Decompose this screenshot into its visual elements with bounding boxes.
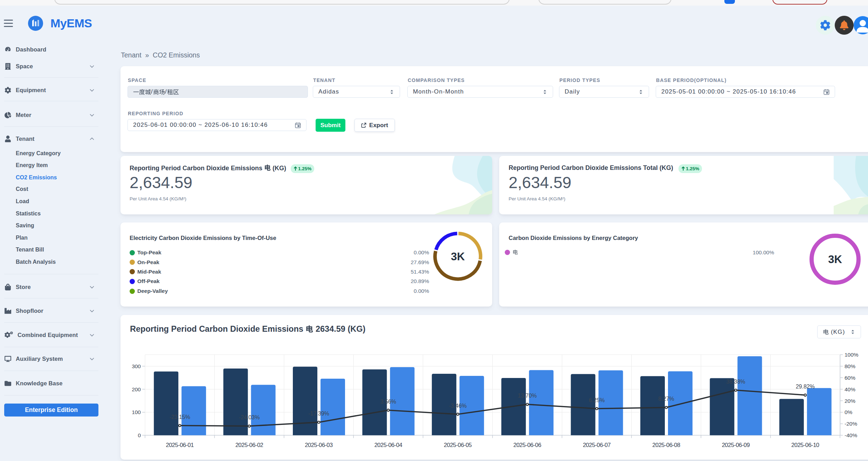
svg-text:2025-06-07: 2025-06-07 <box>583 442 611 448</box>
svg-text:2025-06-02: 2025-06-02 <box>235 442 263 448</box>
svg-text:-23.15%: -23.15% <box>169 414 190 420</box>
svg-text:60%: 60% <box>845 375 855 381</box>
svg-text:3K: 3K <box>828 253 842 266</box>
svg-text:13.70%: 13.70% <box>518 393 537 399</box>
svg-text:2025-06-06: 2025-06-06 <box>513 442 541 448</box>
svg-text:3.56%: 3.56% <box>380 399 396 405</box>
svg-text:100%: 100% <box>845 352 859 358</box>
svg-text:2025-06-09: 2025-06-09 <box>722 442 750 448</box>
svg-text:100: 100 <box>132 409 141 415</box>
svg-text:2025-06-03: 2025-06-03 <box>305 442 333 448</box>
svg-text:200: 200 <box>132 386 141 392</box>
svg-text:3K: 3K <box>451 250 465 263</box>
svg-text:0%: 0% <box>845 409 853 415</box>
svg-text:300: 300 <box>132 363 141 369</box>
svg-text:6.25%: 6.25% <box>589 397 605 403</box>
svg-text:20%: 20% <box>845 398 855 404</box>
svg-text:2025-06-01: 2025-06-01 <box>166 442 194 448</box>
svg-text:-40%: -40% <box>845 432 857 438</box>
svg-text:2025-06-08: 2025-06-08 <box>652 442 680 448</box>
svg-text:-3.46%: -3.46% <box>449 403 467 409</box>
svg-text:29.82%: 29.82% <box>796 384 815 390</box>
svg-text:38.38%: 38.38% <box>726 379 745 385</box>
svg-text:-24.03%: -24.03% <box>239 414 260 420</box>
svg-text:40%: 40% <box>845 386 855 392</box>
svg-text:-17.39%: -17.39% <box>308 411 329 417</box>
svg-text:0: 0 <box>138 432 141 438</box>
svg-text:2025-06-10: 2025-06-10 <box>791 442 819 448</box>
svg-text:2025-06-04: 2025-06-04 <box>374 442 402 448</box>
svg-text:-20%: -20% <box>845 421 857 427</box>
svg-text:8.27%: 8.27% <box>658 396 674 402</box>
svg-text:80%: 80% <box>845 363 855 369</box>
svg-text:2025-06-05: 2025-06-05 <box>444 442 472 448</box>
